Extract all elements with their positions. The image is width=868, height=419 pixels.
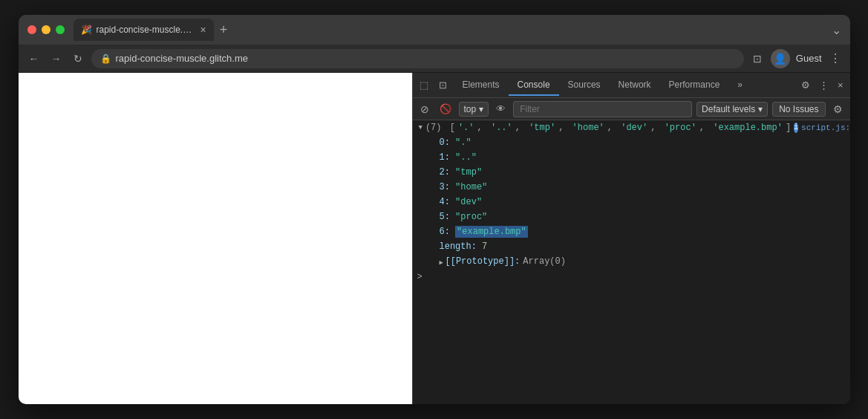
prototype-value: Array(0) (523, 256, 566, 267)
lock-icon: 🔒 (100, 53, 111, 64)
devtools-tabs: Elements Console Sources Network Perform… (454, 75, 797, 96)
console-clear-button[interactable]: ⊘ (417, 102, 432, 117)
title-bar: 🎉 rapid-concise-muscle.glitch.m… × + ⌄ (19, 15, 850, 45)
context-arrow-icon: ▾ (479, 104, 483, 114)
tab-bar: 🎉 rapid-concise-muscle.glitch.m… × + (74, 19, 832, 41)
page-content (19, 73, 412, 404)
title-bar-menu-icon[interactable]: ⌄ (832, 23, 841, 37)
tab-favicon: 🎉 (81, 25, 92, 35)
console-settings-button[interactable]: ⚙ (830, 102, 846, 117)
tab-sources[interactable]: Sources (559, 75, 610, 96)
url-bar[interactable]: 🔒 rapid-concise-muscle.glitch.me (91, 49, 744, 68)
script-link[interactable]: script.js:8 (801, 122, 849, 134)
prototype-expand-icon[interactable]: ▶ (440, 257, 443, 269)
array-bracket-open: [ (445, 122, 455, 134)
devtools-toolbar-left: ⬚ ⊡ (416, 77, 451, 94)
context-selector[interactable]: top ▾ (459, 102, 489, 117)
minimize-button[interactable] (42, 25, 50, 34)
console-item-3: 3: "home" (425, 180, 850, 195)
console-item-2: 2: "tmp" (425, 165, 850, 180)
array-header-row: ▼ (7) [ '.' , '..' , 'tmp' , 'home' , 'd… (413, 120, 850, 135)
guest-label: Guest (796, 53, 822, 64)
device-toolbar-button[interactable]: ⊡ (435, 77, 451, 94)
levels-selector[interactable]: Default levels ▾ (696, 102, 768, 117)
filter-input[interactable] (513, 101, 692, 117)
devtools-more-button[interactable]: ⋮ (815, 77, 832, 94)
arr-item-6: 'example.bmp' (713, 122, 783, 134)
traffic-lights (27, 25, 65, 34)
new-tab-button[interactable]: + (214, 23, 234, 36)
devtools-toolbar-right: ⚙ ⋮ × (797, 77, 847, 94)
close-button[interactable] (27, 25, 36, 34)
console-item-0: 0: "." (425, 135, 850, 150)
profile-button[interactable]: 👤 (771, 49, 790, 68)
tab-more[interactable]: » (728, 75, 751, 96)
tab-network[interactable]: Network (610, 75, 660, 96)
devtools-settings-button[interactable]: ⚙ (797, 77, 814, 94)
reload-button[interactable]: ↻ (71, 50, 85, 68)
collapse-arrow-icon[interactable]: ▼ (419, 122, 422, 134)
url-text: rapid-concise-muscle.glitch.me (116, 53, 248, 64)
prototype-key: [[Prototype]]: (440, 256, 521, 267)
array-info-badge: i (794, 123, 798, 133)
array-content: 0: "." 1: ".." 2: "tmp" 3: "home" (413, 135, 850, 269)
tab-title: rapid-concise-muscle.glitch.m… (97, 25, 193, 35)
highlighted-value: "example.bmp" (455, 226, 528, 238)
forward-button[interactable]: → (48, 50, 65, 68)
main-content: ⬚ ⊡ Elements Console Sources Network (19, 73, 850, 404)
levels-label: Default levels (702, 104, 755, 114)
no-issues-button[interactable]: No Issues (772, 102, 825, 117)
devtools-toolbar: ⬚ ⊡ Elements Console Sources Network (413, 73, 850, 98)
address-bar: ← → ↻ 🔒 rapid-concise-muscle.glitch.me ⊡… (19, 45, 850, 73)
console-block-button[interactable]: 🚫 (437, 102, 454, 116)
levels-arrow-icon: ▾ (758, 104, 763, 114)
console-item-6: 6: "example.bmp" (425, 224, 850, 239)
array-count: (7) (425, 122, 442, 134)
prompt-arrow-icon: > (417, 272, 422, 282)
console-prompt: > (413, 269, 850, 285)
console-output: ▼ (7) [ '.' , '..' , 'tmp' , 'home' , 'd… (413, 120, 850, 404)
arr-item-4: 'dev' (621, 122, 647, 134)
viewport-button[interactable]: ⊡ (750, 50, 765, 68)
eye-button[interactable]: 👁 (493, 102, 509, 116)
console-item-prototype: ▶ [[Prototype]]: Array(0) (425, 254, 850, 269)
devtools-panel: ⬚ ⊡ Elements Console Sources Network (412, 73, 850, 404)
arr-item-3: 'home' (572, 122, 604, 134)
console-item-length: length: 7 (425, 239, 850, 254)
arr-item-5: 'proc' (665, 122, 696, 134)
inspect-element-button[interactable]: ⬚ (416, 77, 432, 94)
console-item-4: 4: "dev" (425, 195, 850, 210)
console-toolbar: ⊘ 🚫 top ▾ 👁 Default levels ▾ No Issues ⚙ (413, 98, 850, 120)
arr-item-2: 'tmp' (529, 122, 555, 134)
arr-item-1: '..' (491, 122, 512, 134)
profile-icon: 👤 (774, 53, 786, 65)
address-bar-right: ⊡ 👤 Guest ⋮ (750, 49, 843, 68)
maximize-button[interactable] (56, 25, 65, 34)
tab-performance[interactable]: Performance (660, 75, 729, 96)
devtools-close-button[interactable]: × (834, 77, 847, 94)
tab-elements[interactable]: Elements (454, 75, 509, 96)
console-input[interactable] (427, 272, 846, 282)
browser-menu-button[interactable]: ⋮ (828, 50, 843, 67)
console-item-1: 1: ".." (425, 150, 850, 165)
context-label: top (464, 104, 477, 114)
back-button[interactable]: ← (26, 50, 42, 68)
arr-item-0: '.' (458, 122, 474, 134)
tab-close-button[interactable]: × (200, 24, 206, 36)
tab-console[interactable]: Console (509, 75, 559, 96)
browser-window: 🎉 rapid-concise-muscle.glitch.m… × + ⌄ ←… (19, 15, 850, 404)
browser-tab[interactable]: 🎉 rapid-concise-muscle.glitch.m… × (74, 19, 214, 41)
console-item-5: 5: "proc" (425, 210, 850, 224)
